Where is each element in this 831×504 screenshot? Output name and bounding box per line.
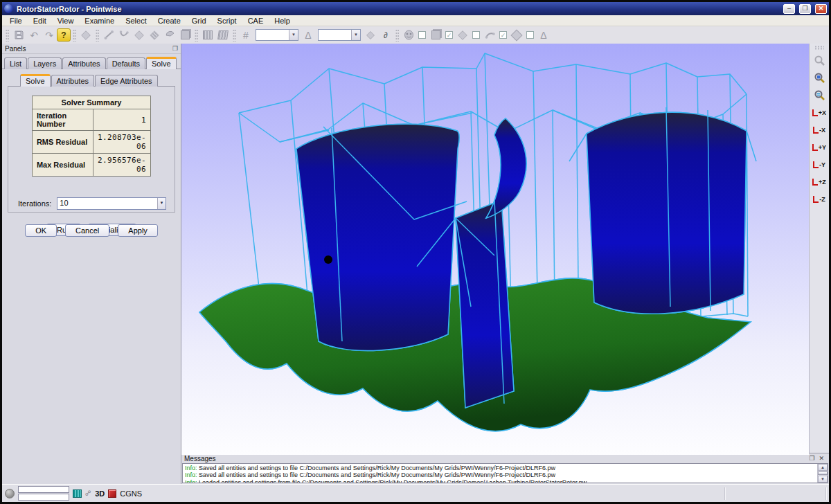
menu-examine[interactable]: Examine xyxy=(79,16,120,26)
dimension-combo[interactable]: ▼ xyxy=(256,29,298,41)
redo-icon[interactable]: ↷ xyxy=(42,28,57,42)
mask-checkbox[interactable] xyxy=(418,31,426,39)
close-button[interactable]: ✕ xyxy=(815,4,827,14)
float-panel-icon[interactable]: ❐ xyxy=(807,455,816,462)
subtab-solve[interactable]: Solve xyxy=(20,74,51,87)
table-row: Iteration Number 1 xyxy=(32,109,150,131)
chevron-down-icon[interactable]: ▼ xyxy=(351,30,360,40)
messages-header[interactable]: Messages ❐ ✕ xyxy=(181,453,829,463)
menu-help[interactable]: Help xyxy=(269,16,296,26)
domain-icon[interactable] xyxy=(132,28,147,42)
toolbar-grip[interactable] xyxy=(395,29,399,42)
close-panel-icon[interactable]: ✕ xyxy=(816,455,826,462)
domains-visible-icon[interactable] xyxy=(455,28,470,42)
tab-attributes[interactable]: Attributes xyxy=(62,57,105,69)
log-line: Info: Saved all entities and settings to… xyxy=(185,471,817,478)
spacing-combo[interactable]: ▼ xyxy=(318,29,361,41)
orient-icon[interactable] xyxy=(363,28,378,42)
viewport-3d[interactable] xyxy=(181,44,809,455)
toolbar-grip[interactable] xyxy=(814,46,824,50)
toolbar-grip[interactable] xyxy=(96,29,99,42)
status-bar: ⚯ 3D CGNS xyxy=(2,484,829,502)
draw-connector-icon[interactable] xyxy=(116,28,132,42)
status-field-1[interactable] xyxy=(18,486,69,493)
view-minus-y-button[interactable]: -Y xyxy=(811,156,828,172)
zoom-actual-size-icon[interactable] xyxy=(811,87,828,103)
blocks-visible-icon[interactable] xyxy=(428,28,443,42)
toolbar-grip[interactable] xyxy=(73,29,76,42)
scroll-up-icon[interactable]: ▲ xyxy=(818,464,828,471)
chevron-down-icon[interactable]: ▼ xyxy=(289,30,298,40)
panels-header[interactable]: Panels ❐ xyxy=(2,44,181,54)
connectors-visible-icon[interactable] xyxy=(482,28,497,42)
trim-icon[interactable] xyxy=(162,28,177,42)
subtab-attributes[interactable]: Attributes xyxy=(51,75,94,87)
menu-create[interactable]: Create xyxy=(152,16,186,26)
connectors-checkbox[interactable]: ✓ xyxy=(499,31,507,39)
messages-scrollbar[interactable]: ▲ ▼ xyxy=(817,464,828,483)
menu-select[interactable]: Select xyxy=(120,16,152,26)
help-icon[interactable]: ? xyxy=(57,28,71,42)
view-minus-x-button[interactable]: -X xyxy=(811,122,828,138)
cancel-button[interactable]: Cancel xyxy=(65,224,109,237)
view-plus-y-button[interactable]: +Y xyxy=(811,139,828,155)
view-plus-x-button[interactable]: +X xyxy=(811,105,828,120)
undo-icon[interactable]: ↶ xyxy=(26,28,42,42)
toolbar-grip[interactable] xyxy=(6,29,9,42)
float-panel-icon[interactable]: ❐ xyxy=(172,45,178,52)
spacing-value[interactable] xyxy=(319,30,351,40)
menu-edit[interactable]: Edit xyxy=(28,16,52,26)
zoom-extents-icon[interactable] xyxy=(811,70,828,86)
subtab-edge-attributes[interactable]: Edge Attributes xyxy=(95,75,158,87)
domains-checkbox[interactable] xyxy=(472,31,480,39)
tab-layers[interactable]: Layers xyxy=(28,57,62,69)
database-visible-icon[interactable] xyxy=(509,28,524,42)
status-field-2[interactable] xyxy=(18,494,69,501)
zoom-icon[interactable] xyxy=(811,53,828,69)
save-icon[interactable] xyxy=(11,28,26,42)
blocks-checkbox[interactable]: ✓ xyxy=(445,31,453,39)
ok-button[interactable]: OK xyxy=(25,224,57,237)
menu-cae[interactable]: CAE xyxy=(242,16,269,26)
database-checkbox[interactable] xyxy=(526,31,534,39)
application-window: RotorStatorRotor - Pointwise – ❐ ✕ File … xyxy=(0,0,831,504)
view-plus-z-button[interactable]: +Z xyxy=(811,174,828,190)
two-point-connector-icon[interactable] xyxy=(101,28,116,42)
solver-summary-title: Solver Summary xyxy=(32,96,150,109)
apply-button[interactable]: Apply xyxy=(118,224,158,237)
mesh-stack-icon[interactable] xyxy=(78,28,93,42)
restore-button[interactable]: ❐ xyxy=(799,4,811,14)
scroll-thumb[interactable] xyxy=(818,471,828,475)
view-toolbar: +X -X +Y -Y +Z -Z xyxy=(809,44,829,453)
menu-grid[interactable]: Grid xyxy=(186,16,212,26)
iterations-combo[interactable]: 10 ▼ xyxy=(57,197,166,210)
view-minus-z-button[interactable]: -Z xyxy=(811,191,828,207)
spacings-visible-icon[interactable]: Δ xyxy=(536,28,551,42)
panels-panel: Panels ❐ List Layers Attributes Defaults… xyxy=(2,44,181,484)
minimize-button[interactable]: – xyxy=(783,4,795,14)
assemble-domain-icon[interactable] xyxy=(147,28,162,42)
axis-icon xyxy=(813,127,819,134)
spacing-icon[interactable]: Δ xyxy=(301,28,316,42)
dimension-icon[interactable]: # xyxy=(238,28,253,42)
scroll-down-icon[interactable]: ▼ xyxy=(818,476,828,483)
derivative-icon[interactable]: ∂ xyxy=(378,28,393,42)
toolbar-grip[interactable] xyxy=(195,29,198,42)
selected-grid-point[interactable] xyxy=(324,255,332,264)
menu-file[interactable]: File xyxy=(4,16,28,26)
structured-grid-icon[interactable] xyxy=(200,28,215,42)
menu-view[interactable]: View xyxy=(52,16,80,26)
tab-solve[interactable]: Solve xyxy=(146,57,177,69)
hybrid-grid-icon[interactable] xyxy=(215,28,231,42)
toolbar-grip[interactable] xyxy=(233,29,236,42)
mask-icon[interactable] xyxy=(401,28,416,42)
assemble-block-icon[interactable] xyxy=(177,28,193,42)
tab-list[interactable]: List xyxy=(4,57,27,69)
menu-script[interactable]: Script xyxy=(212,16,242,26)
tab-defaults[interactable]: Defaults xyxy=(107,57,145,69)
dimension-value[interactable] xyxy=(256,30,289,40)
title-bar[interactable]: RotorStatorRotor - Pointwise – ❐ ✕ xyxy=(2,2,829,15)
spinner-icon[interactable]: ▼ xyxy=(157,198,166,209)
iterations-value[interactable]: 10 xyxy=(57,198,157,209)
cae-format-label: CGNS xyxy=(120,489,142,498)
